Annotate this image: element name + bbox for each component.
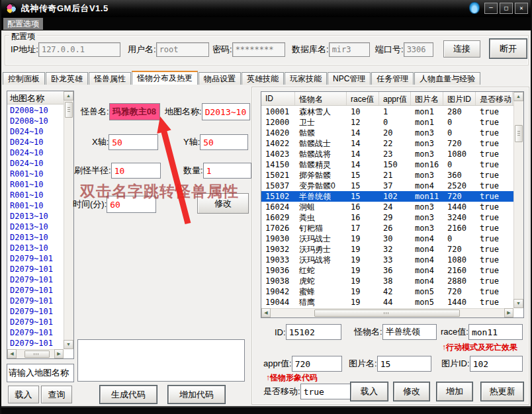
config-field-input[interactable]: [38, 42, 120, 57]
map-list-item[interactable]: R001~10: [7, 200, 64, 211]
y-axis-input[interactable]: [200, 134, 248, 150]
scroll-down-icon[interactable]: ▼: [513, 299, 523, 308]
map-name-input[interactable]: [7, 364, 74, 382]
generate-code-button[interactable]: 生成代码: [100, 386, 157, 403]
detail-move-input[interactable]: [300, 384, 351, 399]
add-code-button[interactable]: 增加代码: [168, 386, 225, 403]
maximize-button[interactable]: □: [500, 3, 513, 14]
scroll-right-icon[interactable]: ▶: [54, 349, 64, 358]
tab-9[interactable]: 任务管理: [371, 72, 414, 85]
table-column-header[interactable]: ID: [261, 92, 295, 105]
detail-imgname-input[interactable]: [377, 356, 431, 372]
table-row[interactable]: 15037变异骷髅01537mon42520true: [261, 181, 513, 191]
table-row[interactable]: 12000卫士120mon10true: [261, 117, 513, 128]
tab-6[interactable]: 英雄技能: [242, 72, 284, 85]
table-row[interactable]: 10001森林雪人101mon1280true: [261, 106, 513, 117]
table-row[interactable]: 15021掷斧骷髅1521mon3360true: [261, 170, 513, 181]
table-column-header[interactable]: race值: [347, 92, 379, 105]
table-row[interactable]: 14020骷髅1420mon30true: [261, 128, 513, 138]
map-list-item[interactable]: D2079~101: [7, 338, 64, 349]
table-column-header[interactable]: 图片名: [411, 92, 443, 105]
map-list-item[interactable]: R001~10: [7, 190, 64, 200]
map-list-item[interactable]: D2013~10: [7, 222, 64, 232]
map-hscroll-thumb[interactable]: [24, 351, 50, 358]
map-list-item[interactable]: D2079~101: [7, 253, 64, 264]
detail-id-input[interactable]: [286, 324, 341, 340]
map-list-hscrollbar[interactable]: ◀ ▶: [7, 349, 64, 358]
config-field-input[interactable]: [156, 42, 209, 57]
map-list-item[interactable]: D2079~101: [7, 264, 64, 274]
map-list-item[interactable]: D2079~101: [7, 327, 64, 338]
map-list-item[interactable]: D2008~10: [7, 105, 64, 116]
detail-add-button[interactable]: 增加: [437, 382, 472, 401]
scroll-down-icon[interactable]: ▼: [64, 340, 73, 349]
disconnect-button[interactable]: 断开: [490, 39, 527, 58]
table-row[interactable]: 16024洞蛆1624mon31440true: [261, 202, 513, 212]
map-list-item[interactable]: D2079~101: [7, 317, 64, 327]
scroll-right-icon[interactable]: ▶: [504, 308, 513, 317]
map-list-item[interactable]: R001~10: [7, 179, 64, 190]
count-input[interactable]: [203, 163, 251, 179]
map-list-item[interactable]: D2008~10: [7, 116, 64, 126]
table-row[interactable]: 19032沃玛勇士1932mon4720true: [261, 244, 513, 255]
table-row[interactable]: 14022骷髅战士1422mon3720true: [261, 138, 513, 149]
map-list-vscrollbar[interactable]: ▲ ▼: [64, 91, 73, 349]
table-row[interactable]: 19030沃玛战士1930mon40true: [261, 233, 513, 244]
monster-name-input[interactable]: [109, 103, 160, 120]
table-column-header[interactable]: appr值: [379, 92, 411, 105]
detail-modify-button[interactable]: 修改: [394, 382, 429, 401]
detail-name-input[interactable]: [382, 324, 437, 340]
tab-10[interactable]: 人物血量与经验: [414, 72, 480, 85]
map-query-button[interactable]: 查询: [41, 386, 72, 403]
map-list-item[interactable]: D024~10: [7, 137, 64, 147]
table-row[interactable]: 17026钉耙猫1726mon32160true: [261, 223, 513, 233]
config-field-input[interactable]: [232, 42, 285, 57]
scroll-left-icon[interactable]: ◀: [261, 308, 271, 317]
map-list-item[interactable]: D2013~10: [7, 243, 64, 253]
connect-button[interactable]: 连接: [443, 40, 480, 58]
code-output[interactable]: [77, 339, 245, 382]
config-field-input[interactable]: [329, 42, 370, 57]
table-row[interactable]: 19033沃玛战将1933mon41080true: [261, 255, 513, 265]
map-list-item[interactable]: D2079~101: [7, 296, 64, 306]
table-row[interactable]: 19044猎鹰1944mon51440true: [261, 297, 513, 308]
menu-item-config-options[interactable]: 配置选项: [3, 18, 43, 30]
detail-load-button[interactable]: 载入: [351, 382, 388, 401]
tab-1[interactable]: 控制面板: [3, 72, 45, 85]
detail-race-input[interactable]: [468, 324, 523, 340]
map-list-item[interactable]: D2079~101: [7, 285, 64, 296]
table-hscroll-thumb[interactable]: [314, 310, 460, 317]
minimize-button[interactable]: ─: [484, 3, 498, 14]
table-column-header[interactable]: 图片ID: [443, 92, 476, 105]
map-vscroll-thumb[interactable]: [65, 102, 73, 118]
config-field-input[interactable]: [404, 42, 433, 57]
table-vscrollbar[interactable]: ▲ ▼: [513, 92, 523, 308]
tab-5[interactable]: 物品设置: [199, 72, 241, 85]
table-row[interactable]: 19042蜜蜂1942mon5720true: [261, 286, 513, 297]
x-axis-input[interactable]: [109, 134, 158, 150]
time-input[interactable]: [107, 196, 156, 213]
table-column-header[interactable]: 怪物名: [295, 92, 347, 105]
scroll-up-icon[interactable]: ▲: [513, 92, 523, 101]
map-list-item[interactable]: D024~10: [7, 147, 64, 158]
table-row[interactable]: 14150骷髅精灵14150mon160true: [261, 159, 513, 170]
map-list-item[interactable]: D2079~101: [7, 274, 64, 285]
table-row[interactable]: 16029粪虫1629mon33240true: [261, 212, 513, 223]
tab-4[interactable]: 怪物分布及热更: [132, 71, 198, 85]
map-list-item[interactable]: D024~10: [7, 126, 64, 137]
scroll-up-icon[interactable]: ▲: [64, 91, 73, 101]
close-button[interactable]: ✕: [515, 3, 528, 14]
map-list-item[interactable]: D024~10: [7, 158, 64, 169]
spawn-map-input[interactable]: [202, 103, 250, 120]
map-load-button[interactable]: 载入: [8, 386, 39, 403]
scroll-left-icon[interactable]: ◀: [7, 349, 17, 358]
tab-3[interactable]: 怪兽属性: [89, 72, 131, 85]
table-row[interactable]: 19038虎蛇1938mon42880true: [261, 276, 513, 286]
detail-appr-input[interactable]: [292, 356, 342, 372]
radius-input[interactable]: [111, 163, 161, 179]
table-column-header[interactable]: 是否移动: [476, 92, 513, 105]
tab-8[interactable]: NPC管理: [328, 72, 371, 85]
map-list-header[interactable]: 地图名称: [7, 91, 64, 104]
table-row[interactable]: 19036红蛇1936mon42160true: [261, 265, 513, 276]
qq-penguin-icon[interactable]: [469, 2, 480, 14]
